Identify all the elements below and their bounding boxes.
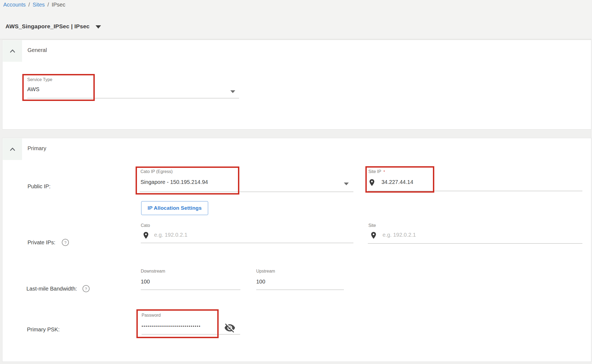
public-ip-row-label: Public IP:: [27, 183, 50, 190]
general-collapse-button[interactable]: [3, 40, 22, 62]
password-label: Password: [142, 313, 161, 318]
downstream-label: Downstream: [141, 269, 165, 274]
private-site-underline: [368, 243, 582, 244]
general-section-panel: General Service Type AWS: [2, 40, 591, 129]
scrollbar-gutter[interactable]: [591, 0, 593, 364]
private-ips-row-label-group: Private IPs: ?: [27, 239, 69, 246]
service-type-underline: [27, 98, 239, 98]
site-switcher-caret-icon[interactable]: [96, 25, 101, 29]
site-ip-underline: [368, 191, 582, 191]
private-cato-label: Cato: [141, 223, 150, 228]
ip-allocation-settings-button[interactable]: IP Allocation Settings: [141, 201, 208, 215]
ipsec-site-page: Accounts / Sites / IPsec AWS_Singapore_I…: [0, 0, 593, 364]
location-pin-icon: [142, 231, 150, 239]
primary-collapse-button[interactable]: [3, 138, 22, 160]
primary-section-title: Primary: [27, 145, 46, 152]
primary-psk-row-label: Primary PSK:: [27, 326, 60, 333]
private-cato-underline: [141, 243, 353, 243]
breadcrumb-current-ipsec: IPsec: [52, 2, 65, 8]
breadcrumb-separator: /: [26, 2, 33, 8]
upstream-input[interactable]: [256, 279, 343, 285]
location-pin-icon: [368, 178, 376, 187]
location-pin-icon: [369, 231, 378, 239]
last-mile-help-icon[interactable]: ?: [82, 285, 90, 292]
page-title: AWS_Singapore_IPSec | IPsec: [5, 23, 90, 30]
site-title-row: AWS_Singapore_IPSec | IPsec: [5, 23, 101, 30]
chevron-up-icon: [8, 145, 17, 153]
service-type-label: Service Type: [27, 77, 52, 82]
general-section-title: General: [27, 47, 47, 53]
service-type-caret-icon[interactable]: [230, 90, 235, 93]
downstream-input[interactable]: [141, 279, 239, 285]
site-ip-required-mark: *: [383, 169, 385, 174]
last-mile-row-label: Last-mile Bandwidth:: [26, 286, 77, 292]
private-ips-help-icon[interactable]: ?: [62, 239, 69, 246]
service-type-select[interactable]: AWS: [27, 86, 39, 92]
site-ip-label: Site IP: [368, 169, 381, 174]
visibility-off-icon[interactable]: [224, 322, 236, 334]
cato-ip-egress-label: Cato IP (Egress): [140, 169, 173, 174]
upstream-underline: [256, 289, 344, 290]
private-site-label: Site: [368, 223, 376, 228]
upstream-label: Upstream: [256, 269, 275, 274]
private-ips-row-label: Private IPs:: [27, 239, 55, 246]
cato-ip-caret-icon[interactable]: [344, 183, 349, 185]
cato-ip-egress-select[interactable]: Singapore - 150.195.214.94: [140, 179, 208, 185]
downstream-underline: [141, 289, 240, 290]
breadcrumb-link-accounts[interactable]: Accounts: [3, 2, 26, 8]
breadcrumb: Accounts / Sites / IPsec: [3, 2, 65, 8]
breadcrumb-separator: /: [45, 2, 52, 8]
password-underline: [142, 334, 240, 335]
primary-section-panel: Primary Public IP: Cato IP (Egress) Sing…: [2, 138, 591, 362]
cato-ip-underline: [140, 192, 353, 192]
breadcrumb-link-sites[interactable]: Sites: [33, 2, 45, 8]
private-cato-input[interactable]: [154, 232, 345, 238]
chevron-up-icon: [8, 47, 17, 55]
page-header: Accounts / Sites / IPsec AWS_Singapore_I…: [0, 0, 591, 39]
site-ip-label-row: Site IP *: [368, 169, 385, 174]
private-site-input[interactable]: [383, 232, 573, 238]
password-input[interactable]: [142, 324, 223, 328]
last-mile-row-label-group: Last-mile Bandwidth: ?: [26, 285, 90, 292]
site-ip-input[interactable]: [381, 179, 572, 185]
